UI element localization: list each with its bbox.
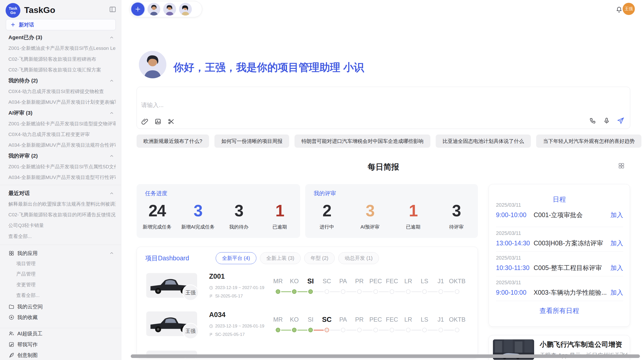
milestone-dot: [292, 289, 297, 294]
chat-input[interactable]: [141, 102, 497, 109]
sidebar-item-project-mgmt[interactable]: 项目管理: [16, 260, 124, 267]
sidebar-item-my-apps[interactable]: 我的应用: [17, 250, 38, 257]
milestone-dot: [325, 328, 329, 332]
suggestion-chips: 欧洲新规最近颁布了什么? 如何写一份清晰的项目周报 特朗普可能对进口汽车增税会对…: [137, 134, 630, 148]
milestone-dot: [455, 289, 459, 294]
milestone-track: MRKOSISCPAPRPECFECLRLSJ1OKTB: [270, 277, 471, 299]
list-item[interactable]: A034-全新新能源MUV产品开发项目计划变更表编写: [8, 99, 116, 106]
join-link[interactable]: 加入: [610, 288, 623, 297]
tab-powertrain[interactable]: 动总开发 (1): [338, 252, 379, 264]
input-actions: [589, 117, 624, 125]
section-ai-review[interactable]: AI评审 (3): [8, 109, 33, 116]
view-all-schedule-link[interactable]: 查看所有日程: [489, 306, 630, 315]
list-item[interactable]: 解释最新出台的欧盟报废车法规再生塑料比例被调至15%...: [8, 201, 116, 207]
suggestion-chip[interactable]: 如何写一份清晰的项目周报: [214, 134, 289, 148]
list-item[interactable]: C02-飞腾新能源轻客改款项目里程碑画布: [8, 56, 116, 63]
stat-my-todo: 3 我的待办: [218, 202, 259, 230]
tab-year-model[interactable]: 年型 (2): [304, 252, 335, 264]
list-item[interactable]: C0X4-动力总成开发项目SI里程碑提交物检查: [8, 88, 116, 95]
tab-new-body[interactable]: 全新上装 (3): [260, 252, 301, 264]
suggestion-chip[interactable]: 当下年轻人对汽车外观有怎样的喜好趋势: [536, 134, 641, 148]
milestone-dot: [357, 328, 362, 332]
milestone-dot: [390, 328, 394, 332]
project-row[interactable]: 王强 A034 2023-12-19 ~ 2026-01-19 SC-2025-…: [137, 309, 478, 347]
sidebar-item-creative-draw[interactable]: 创意制图: [17, 352, 38, 359]
join-link[interactable]: 加入: [610, 239, 623, 247]
send-icon[interactable]: [617, 117, 624, 125]
milestone-dot: [308, 289, 313, 294]
recent-view-all[interactable]: 查看全部...: [8, 233, 116, 240]
new-chat-label: 新对话: [19, 21, 34, 28]
list-item[interactable]: C02-飞腾新能源轻客改款项目立项汇报方案: [8, 67, 116, 73]
list-item[interactable]: A034-全新新能源MUV产品开发项目法规符合性评审: [8, 142, 116, 148]
app-logo: Task Go: [6, 3, 20, 18]
sidebar-item-change-mgmt[interactable]: 变更管理: [16, 281, 124, 288]
list-item[interactable]: A034-全新新能源MUV产品开发项目造型可行性评审: [8, 174, 116, 181]
agent-avatar[interactable]: [179, 3, 192, 16]
sidebar-collapse-icon[interactable]: [109, 6, 116, 13]
milestone-dot: [357, 289, 362, 294]
app-title: TaskGo: [24, 5, 55, 15]
sidebar: Task Go TaskGo 新对话 Agent已办 (3) Z001-全新燃油…: [0, 0, 121, 360]
schedule-event: 2025/03/11 9:00-10:00 C001-立项审批会 加入: [496, 202, 623, 227]
section-my-review[interactable]: 我的评审 (2): [8, 152, 38, 159]
list-item[interactable]: Z001-全新燃油轻卡产品开发项目SI节点属性5D文件评审: [8, 163, 116, 170]
input-attachments: [141, 118, 175, 125]
project-dates: 2023-12-19 ~ 2027-01-19: [209, 285, 264, 290]
event-time: 10:30-11:30: [496, 264, 534, 272]
milestone-dot: [406, 289, 411, 294]
phone-icon[interactable]: [589, 117, 596, 124]
sidebar-item-product-mgmt[interactable]: 产品管理: [16, 271, 124, 277]
stat-overdue: 1 已逾期: [259, 202, 300, 230]
horizontal-scrollbar[interactable]: [131, 354, 640, 358]
sidebar-item-help-write[interactable]: 帮我写作: [17, 341, 38, 348]
sidebar-item-ai-employee[interactable]: AI超级员工: [17, 330, 42, 337]
project-row[interactable]: 王强 Z001 2023-12-19 ~ 2027-01-19 SI-2025-…: [137, 271, 478, 309]
sidebar-item-cloud-space[interactable]: 我的云空间: [17, 303, 43, 310]
layout-grid-icon[interactable]: [618, 162, 625, 169]
image-icon[interactable]: [154, 118, 162, 125]
join-link[interactable]: 加入: [610, 211, 623, 219]
suggestion-chip[interactable]: 比亚迪全固态电池计划具体说了什么: [436, 134, 531, 148]
section-agent-done[interactable]: Agent已办 (3): [8, 34, 42, 41]
add-agent-button[interactable]: [131, 3, 144, 16]
milestone-oktb: OKTB: [449, 277, 465, 294]
apps-view-all[interactable]: 查看全部...: [16, 292, 124, 299]
section-my-todo[interactable]: 我的待办 (2): [8, 77, 38, 84]
project-dashboard-card: 项目Dashboard 全新平台 (4) 全新上装 (3) 年型 (2) 动总开…: [137, 247, 478, 358]
notification-bell-icon[interactable]: [616, 6, 623, 13]
section-recent-chats[interactable]: 最近对话: [8, 190, 30, 197]
list-item[interactable]: Z001-全新燃油轻卡产品开发项目SI造型提交物评审: [8, 121, 116, 127]
project-flag: SI-2025-05-17: [209, 294, 243, 299]
clock-icon: [209, 324, 213, 328]
card-title: 任务进度: [145, 190, 167, 197]
agent-avatar[interactable]: [163, 3, 176, 16]
milestone-dot: [341, 328, 345, 332]
microphone-icon[interactable]: [603, 117, 610, 124]
list-item[interactable]: C0X4-动力总成开发项目工程变更评审: [8, 131, 116, 138]
divider: [0, 328, 121, 328]
milestone-dot: [422, 289, 427, 294]
agent-avatar[interactable]: [148, 3, 160, 16]
paperclip-icon[interactable]: [141, 118, 148, 125]
milestone-dot: [422, 328, 427, 332]
event-name: X003-车辆动力学性能验...: [534, 288, 610, 297]
list-item[interactable]: 公司Q3轻卡销量: [8, 222, 116, 229]
suggestion-chip[interactable]: 特朗普可能对进口汽车增税会对中国车企造成哪些影响: [295, 134, 430, 148]
suggestion-chip[interactable]: 欧洲新规最近颁布了什么?: [137, 134, 209, 148]
scissors-icon[interactable]: [168, 118, 175, 125]
tab-new-platform[interactable]: 全新平台 (4): [216, 252, 256, 264]
list-item[interactable]: Z001-全新燃油皮卡产品开发项目SI节点Lesson Learn报告: [8, 45, 116, 52]
dashboard-tabs: 全新平台 (4) 全新上装 (3) 年型 (2) 动总开发 (1): [216, 252, 379, 264]
user-avatar[interactable]: 王强: [623, 3, 635, 15]
milestone-dot: [325, 289, 329, 294]
sidebar-item-favorites[interactable]: 我的收藏: [17, 314, 38, 321]
people-icon: [8, 331, 14, 337]
milestone-dot: [455, 328, 459, 332]
chevron-up-icon: [109, 251, 114, 256]
milestone-dot: [406, 328, 411, 332]
list-item[interactable]: C02-飞腾新能源轻客改款项目的闭环通告反馈情况: [8, 212, 116, 218]
new-chat-button[interactable]: 新对话: [6, 19, 116, 30]
join-link[interactable]: 加入: [610, 264, 623, 272]
milestone-dot: [276, 328, 280, 332]
